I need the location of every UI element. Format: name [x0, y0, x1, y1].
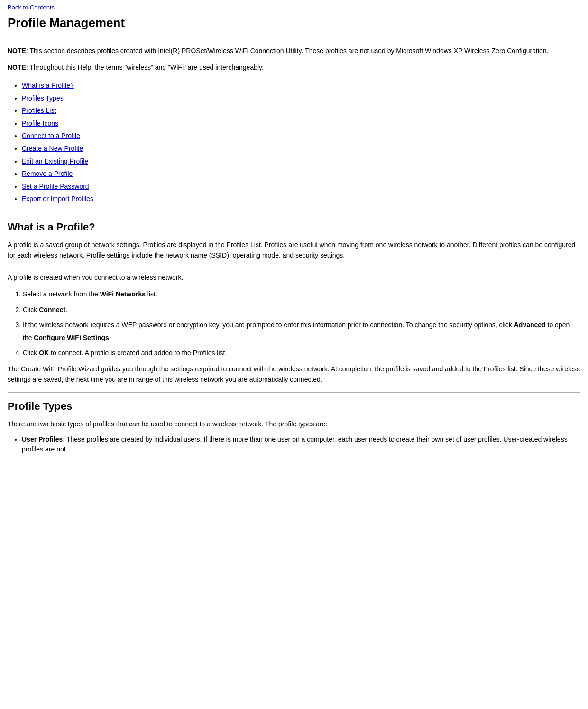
toc-link-set-profile-password[interactable]: Set a Profile Password	[22, 183, 89, 190]
toc-link-remove-profile[interactable]: Remove a Profile	[22, 170, 73, 177]
what-is-profile-steps: Select a network from the WiFi Networks …	[8, 288, 580, 359]
note-1: NOTE: This section describes profiles cr…	[8, 46, 580, 56]
toc-item-2: Profiles Types	[22, 92, 580, 105]
step-4: Click OK to connect. A profile is create…	[23, 347, 580, 359]
profile-types-intro: There are two basic types of profiles th…	[8, 419, 580, 430]
divider-section1-bottom	[8, 392, 580, 393]
section-what-is-a-profile: What is a Profile? A profile is a saved …	[8, 221, 580, 385]
toc-link-export-import-profiles[interactable]: Export or Import Profiles	[22, 195, 93, 203]
section-heading-what-is-a-profile: What is a Profile?	[8, 221, 580, 233]
what-is-profile-para-1: A profile is a saved group of network se…	[8, 240, 580, 260]
toc-link-profile-icons[interactable]: Profile Icons	[22, 120, 58, 127]
toc-link-create-new-profile[interactable]: Create a New Profile	[22, 145, 83, 152]
step-3: If the wireless network requires a WEP p…	[23, 319, 580, 344]
toc-item-10: Export or Import Profiles	[22, 193, 580, 205]
what-is-profile-closing: The Create WiFi Profile Wizard guides yo…	[8, 364, 580, 385]
note-1-text: : This section describes profiles create…	[26, 47, 549, 55]
toc-link-connect-to-profile[interactable]: Connect to a Profile	[22, 132, 80, 139]
toc-link-profiles-list[interactable]: Profiles List	[22, 107, 56, 114]
section-profile-types: Profile Types There are two basic types …	[8, 400, 580, 454]
what-is-profile-para-2: A profile is created when you connect to…	[8, 273, 580, 283]
toc-item-3: Profiles List	[22, 104, 580, 117]
toc-item-9: Set a Profile Password	[22, 180, 580, 193]
toc-item-5: Connect to a Profile	[22, 129, 580, 142]
toc-item-1: What is a Profile?	[22, 79, 580, 92]
profile-types-list: User Profiles: These profiles are create…	[8, 434, 580, 454]
note-1-label: NOTE	[8, 47, 26, 55]
toc-link-profiles-types[interactable]: Profiles Types	[22, 94, 64, 102]
toc-link-what-is-a-profile[interactable]: What is a Profile?	[22, 82, 74, 89]
section-heading-profile-types: Profile Types	[8, 400, 580, 413]
back-to-contents-link[interactable]: Back to Contents	[8, 4, 580, 11]
divider-top	[8, 38, 580, 38]
profile-type-user: User Profiles: These profiles are create…	[22, 434, 580, 454]
toc-item-8: Remove a Profile	[22, 167, 580, 180]
divider-toc-bottom	[8, 213, 580, 213]
step-1: Select a network from the WiFi Networks …	[23, 288, 580, 301]
toc-list: What is a Profile? Profiles Types Profil…	[8, 79, 580, 205]
toc-item-4: Profile Icons	[22, 117, 580, 130]
note-2: NOTE: Throughout this Help, the terms "w…	[8, 63, 580, 73]
note-2-label: NOTE	[8, 64, 26, 71]
toc-link-edit-existing-profile[interactable]: Edit an Existing Profile	[22, 157, 88, 165]
page-title: Profile Management	[8, 16, 580, 30]
step-2: Click Connect.	[23, 304, 580, 316]
toc-item-6: Create a New Profile	[22, 142, 580, 155]
note-2-text: : Throughout this Help, the terms "wirel…	[26, 64, 264, 71]
toc-item-7: Edit an Existing Profile	[22, 155, 580, 168]
